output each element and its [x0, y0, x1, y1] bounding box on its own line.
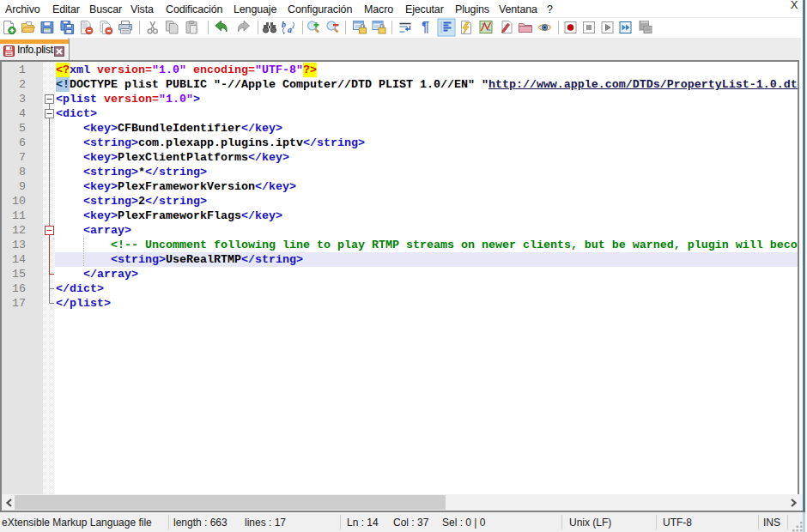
svg-text:¶: ¶ [422, 20, 429, 34]
svg-text:a: a [288, 25, 292, 34]
svg-text:b: b [282, 20, 286, 29]
